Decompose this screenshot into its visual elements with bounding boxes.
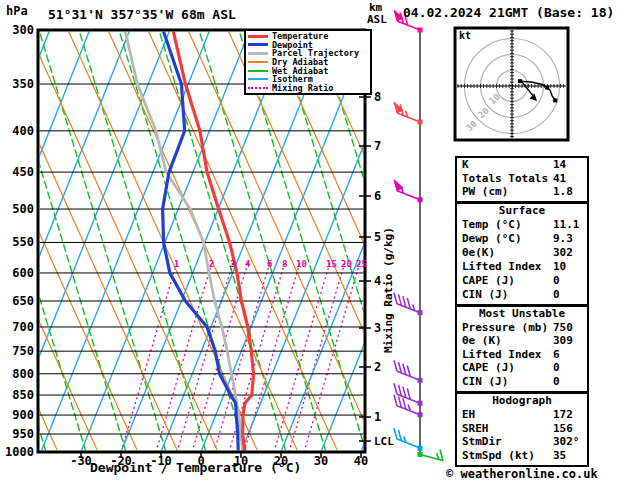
pressure-tick-label: 900 <box>2 409 34 421</box>
pressure-tick-label: 700 <box>2 321 34 333</box>
mixing-ratio-value-label: 2 <box>209 259 214 269</box>
mixing-ratio-line <box>156 262 212 452</box>
hodograph-unit-label: kt <box>459 31 471 41</box>
pressure-tick-label: 500 <box>2 203 34 215</box>
km-tick-label: 3 <box>374 322 381 334</box>
panel-row-value: 302° <box>553 435 580 448</box>
panel-row: CAPE (J)0 <box>457 274 587 288</box>
legend-line-sample <box>248 61 268 63</box>
barb-full <box>394 383 397 394</box>
panel-row: EH172 <box>457 408 587 422</box>
wind-barb <box>394 180 422 202</box>
km-tick-label: 5 <box>374 231 381 243</box>
panel-row-label: StmDir <box>462 435 502 448</box>
panel-row: θe (K)309 <box>457 334 587 348</box>
km-tick-label: 7 <box>374 140 381 152</box>
panel-row: Dewp (°C)9.3 <box>457 232 587 246</box>
wet-adiabat-line <box>39 30 166 452</box>
surface-panel: SurfaceTemp (°C)11.1Dewp (°C)9.3θe(K)302… <box>455 202 589 306</box>
panel-row-value: 172 <box>553 408 573 421</box>
wind-barb <box>394 360 422 382</box>
panel-row: StmDir302° <box>457 435 587 449</box>
barb-staff <box>420 454 443 460</box>
barb-staff <box>397 439 420 448</box>
panel-row: PW (cm)1.8 <box>457 185 587 199</box>
legend-label: Mixing Ratio <box>272 83 333 93</box>
panel-row-label: Totals Totals <box>462 172 548 185</box>
lcl-label: LCL <box>374 436 394 447</box>
hodograph-trace-dot <box>553 98 557 102</box>
panel-row: CIN (J)0 <box>457 288 587 302</box>
most-unstable-panel: Most UnstablePressure (mb)750θe (K)309Li… <box>455 305 589 393</box>
panel-row-value: 9.3 <box>553 232 573 245</box>
panel-section-title: Surface <box>457 204 587 218</box>
panel-row-label: Temp (°C) <box>462 218 522 231</box>
panel-row-value: 14 <box>553 158 566 171</box>
panel-row-value: 10 <box>553 260 566 273</box>
barb-level-dot <box>418 120 422 124</box>
wind-barb <box>394 428 422 450</box>
temp-tick-label: -20 <box>101 455 141 467</box>
barb-staff <box>397 191 420 200</box>
wind-barb <box>394 383 422 405</box>
panel-row: Pressure (mb)750 <box>457 321 587 335</box>
panel-row-value: 41 <box>553 172 566 185</box>
mixing-ratio-value-label: 20 <box>341 259 352 269</box>
panel-row-value: 0 <box>553 375 560 388</box>
barb-level-dot <box>418 198 422 202</box>
km-tick-label: 4 <box>374 275 381 287</box>
chart-legend: TemperatureDewpointParcel TrajectoryDry … <box>244 29 372 95</box>
pressure-tick-label: 450 <box>2 166 34 178</box>
km-axis-unit: km <box>369 2 382 13</box>
temp-tick-label: 10 <box>221 455 261 467</box>
legend-line-sample <box>248 52 268 55</box>
panel-row: K14 <box>457 158 587 172</box>
panel-row: Lifted Index10 <box>457 260 587 274</box>
panel-row-value: 1.8 <box>553 185 573 198</box>
panel-row: CIN (J)0 <box>457 375 587 389</box>
mixing-ratio-value-label: 8 <box>282 259 287 269</box>
hodograph-trace-dot <box>518 79 522 83</box>
km-tick-label: 8 <box>374 91 381 103</box>
wind-barb <box>394 102 422 124</box>
pressure-tick-label: 650 <box>2 295 34 307</box>
barb-level-dot <box>418 311 422 315</box>
dewpoint-curve <box>163 30 239 452</box>
barb-level-dot <box>418 413 422 417</box>
legend-row: Mixing Ratio <box>248 84 370 93</box>
hodograph-panel: HodographEH172SREH156StmDir302°StmSpd (k… <box>455 392 589 467</box>
panel-row-value: 0 <box>553 274 560 287</box>
legend-line-sample <box>248 70 268 72</box>
pressure-tick-label: 350 <box>2 78 34 90</box>
pressure-tick-label: 400 <box>2 125 34 137</box>
pressure-tick-label: 1000 <box>2 446 34 458</box>
panel-row-label: CIN (J) <box>462 375 508 388</box>
mixing-ratio-value-label: 3 <box>230 259 235 269</box>
panel-row-value: 0 <box>553 288 560 301</box>
legend-line-sample <box>248 35 268 38</box>
pressure-tick-label: 850 <box>2 389 34 401</box>
legend-line-sample <box>248 43 268 46</box>
barb-full <box>394 360 397 371</box>
temp-tick-label: 20 <box>261 455 301 467</box>
panel-row: StmSpd (kt)35 <box>457 449 587 463</box>
panel-row-label: Dewp (°C) <box>462 232 522 245</box>
panel-row-value: 11.1 <box>553 218 580 231</box>
km-tick-label: 1 <box>374 411 381 423</box>
panel-row-value: 302 <box>553 246 573 259</box>
wind-barb <box>418 449 443 460</box>
barb-level-dot <box>418 28 422 32</box>
panel-row: Lifted Index6 <box>457 348 587 362</box>
panel-row-value: 6 <box>553 348 560 361</box>
temp-tick-label: 40 <box>341 455 381 467</box>
panel-row-label: CIN (J) <box>462 288 508 301</box>
wind-barb <box>394 293 422 315</box>
asl-axis-unit: ASL <box>367 14 387 25</box>
panel-row-label: K <box>462 158 469 171</box>
legend-line-sample <box>248 78 268 80</box>
barb-full <box>394 428 397 439</box>
panel-row-label: EH <box>462 408 475 421</box>
panel-row-label: CAPE (J) <box>462 361 515 374</box>
mixing-ratio-value-label: 15 <box>326 259 337 269</box>
pressure-tick-label: 800 <box>2 368 34 380</box>
